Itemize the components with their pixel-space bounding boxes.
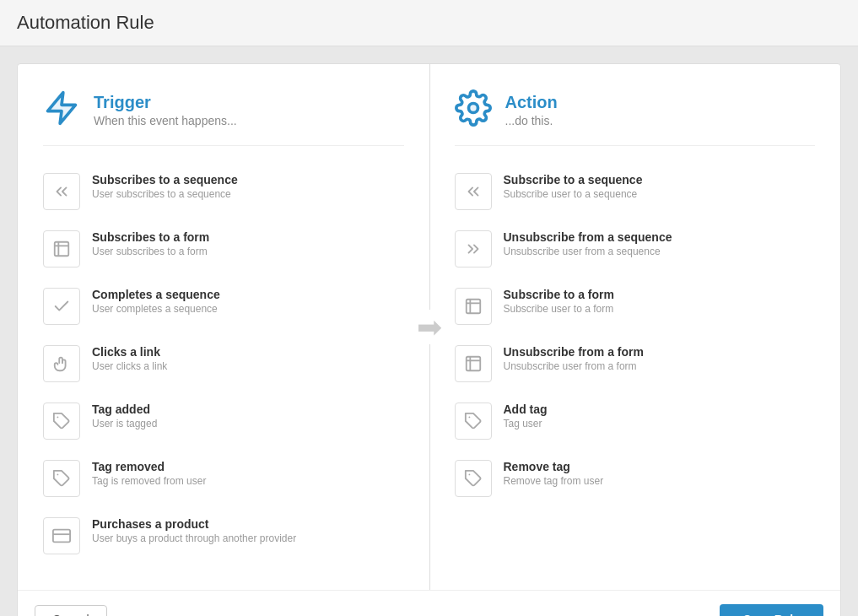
item-title: Tag removed bbox=[92, 460, 206, 473]
item-desc: Subscribe user to a sequence bbox=[504, 188, 643, 200]
arrow-icon: ➡ bbox=[413, 310, 445, 344]
item-desc: Unsubscribe user from a sequence bbox=[504, 246, 672, 257]
trigger-label: Trigger bbox=[94, 93, 237, 112]
form2-icon bbox=[455, 345, 492, 382]
item-desc: User buys a product through another prov… bbox=[92, 532, 296, 544]
rule-container: Trigger When this event happens... Subsc… bbox=[17, 63, 841, 616]
item-title: Remove tag bbox=[504, 460, 604, 473]
page-title: Automation Rule bbox=[17, 12, 841, 34]
list-item[interactable]: Add tagTag user bbox=[455, 392, 816, 450]
check-icon bbox=[43, 288, 80, 325]
list-item[interactable]: Unsubscribe from a sequenceUnsubscribe u… bbox=[455, 220, 816, 278]
item-title: Unsubscribe from a sequence bbox=[504, 230, 672, 244]
item-desc: Remove tag from user bbox=[504, 475, 604, 487]
list-item[interactable]: Completes a sequenceUser completes a seq… bbox=[43, 278, 404, 335]
list-item[interactable]: Subscribes to a sequenceUser subscribes … bbox=[43, 163, 404, 220]
tag-icon bbox=[455, 403, 492, 440]
item-desc: Unsubscribe user from a form bbox=[504, 360, 644, 372]
item-desc: User is tagged bbox=[92, 418, 157, 430]
action-label: Action bbox=[505, 93, 558, 112]
action-item-list: Subscribe to a sequenceSubscribe user to… bbox=[455, 163, 816, 507]
item-title: Add tag bbox=[504, 403, 548, 416]
card-icon bbox=[43, 517, 80, 554]
item-desc: User completes a sequence bbox=[92, 303, 220, 315]
save-rule-button[interactable]: Save Rule bbox=[720, 604, 823, 616]
trigger-sublabel: When this event happens... bbox=[94, 114, 237, 127]
item-desc: Tag is removed from user bbox=[92, 475, 206, 487]
trigger-column: Trigger When this event happens... Subsc… bbox=[18, 64, 429, 590]
form-icon bbox=[43, 230, 80, 267]
item-title: Clicks a link bbox=[92, 345, 167, 359]
pointer-icon bbox=[43, 345, 80, 382]
list-item[interactable]: Purchases a productUser buys a product t… bbox=[43, 507, 404, 565]
item-title: Subscribe to a form bbox=[504, 288, 614, 301]
sequence-icon bbox=[455, 173, 492, 210]
arrow-center: ➡ bbox=[413, 310, 445, 345]
tag-icon bbox=[43, 403, 80, 440]
trigger-icon bbox=[43, 89, 80, 130]
item-title: Subscribes to a form bbox=[92, 230, 209, 244]
item-desc: Subscribe user to a form bbox=[504, 303, 614, 315]
list-item[interactable]: Tag addedUser is tagged bbox=[43, 392, 404, 450]
sequence-icon bbox=[43, 173, 80, 210]
item-title: Unsubscribe from a form bbox=[504, 345, 644, 359]
action-header: Action ...do this. bbox=[455, 89, 816, 146]
form-icon bbox=[455, 288, 492, 325]
cancel-button[interactable]: Cancel bbox=[35, 605, 107, 616]
tag2-icon bbox=[455, 460, 492, 497]
action-column: Action ...do this. Subscribe to a sequen… bbox=[429, 64, 841, 590]
trigger-item-list: Subscribes to a sequenceUser subscribes … bbox=[43, 163, 404, 565]
list-item[interactable]: Remove tagRemove tag from user bbox=[455, 450, 816, 507]
list-item[interactable]: Tag removedTag is removed from user bbox=[43, 450, 404, 507]
main-content: Trigger When this event happens... Subsc… bbox=[0, 46, 858, 616]
page-header: Automation Rule bbox=[0, 0, 858, 46]
item-title: Subscribes to a sequence bbox=[92, 173, 238, 186]
action-sublabel: ...do this. bbox=[505, 114, 558, 127]
trigger-header-text: Trigger When this event happens... bbox=[94, 93, 237, 127]
item-desc: User clicks a link bbox=[92, 360, 167, 372]
trigger-header: Trigger When this event happens... bbox=[43, 89, 404, 146]
item-desc: User subscribes to a sequence bbox=[92, 188, 238, 200]
footer-bar: Cancel Save Rule bbox=[18, 590, 840, 616]
item-desc: User subscribes to a form bbox=[92, 246, 209, 257]
sequence-out-icon bbox=[455, 230, 492, 267]
list-item[interactable]: Subscribe to a formSubscribe user to a f… bbox=[455, 278, 816, 335]
svg-marker-10 bbox=[48, 93, 76, 124]
list-item[interactable]: Unsubscribe from a formUnsubscribe user … bbox=[455, 335, 816, 392]
item-desc: Tag user bbox=[504, 418, 548, 430]
tag2-icon bbox=[43, 460, 80, 497]
item-title: Subscribe to a sequence bbox=[504, 173, 643, 186]
svg-point-11 bbox=[468, 104, 478, 113]
list-item[interactable]: Clicks a linkUser clicks a link bbox=[43, 335, 404, 392]
list-item[interactable]: Subscribes to a formUser subscribes to a… bbox=[43, 220, 404, 278]
item-title: Tag added bbox=[92, 403, 157, 416]
item-title: Completes a sequence bbox=[92, 288, 220, 301]
item-title: Purchases a product bbox=[92, 517, 296, 531]
list-item[interactable]: Subscribe to a sequenceSubscribe user to… bbox=[455, 163, 816, 220]
columns-wrapper: Trigger When this event happens... Subsc… bbox=[18, 64, 840, 590]
action-header-text: Action ...do this. bbox=[505, 93, 558, 127]
action-icon bbox=[455, 89, 492, 130]
